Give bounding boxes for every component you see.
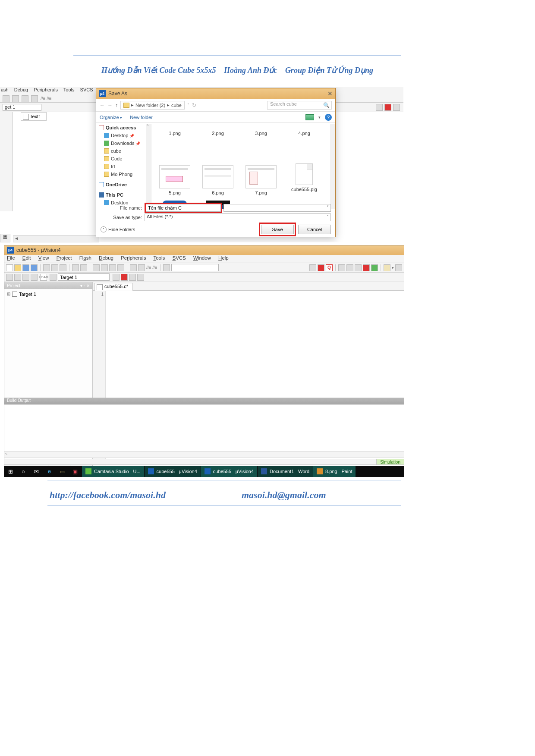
forward-icon[interactable]: → — [107, 102, 113, 108]
filename-input-ext[interactable]: ˅ — [223, 204, 331, 212]
dropdown-icon[interactable]: ˅ — [327, 205, 329, 210]
save-icon[interactable] — [22, 264, 29, 271]
taskbar-camtasia[interactable]: Camtasia Studio - U... — [82, 466, 144, 477]
filename-input[interactable] — [146, 204, 221, 212]
toolbar-icon[interactable] — [384, 104, 391, 111]
file-item[interactable]: 1.png — [153, 126, 196, 163]
toolbar-icon[interactable] — [117, 264, 124, 271]
toolbar-icon[interactable] — [309, 264, 316, 271]
toolbar-icon[interactable] — [12, 95, 19, 102]
dialog-titlebar[interactable]: µ4 Save As ✕ — [96, 88, 335, 99]
menu-flash[interactable]: Flash — [79, 255, 91, 260]
close-icon[interactable]: ✕ — [327, 90, 333, 97]
horizontal-scrollbar[interactable] — [13, 235, 99, 242]
cut-icon[interactable] — [43, 264, 50, 271]
explorer-icon[interactable]: ▭ — [56, 466, 69, 477]
menu-svcs[interactable]: SVCS — [172, 255, 186, 260]
cancel-button[interactable]: Cancel — [298, 225, 331, 234]
file-item[interactable]: cube555.plg — [283, 163, 326, 201]
wrench-icon[interactable] — [395, 264, 402, 271]
folder-tree[interactable]: Quick access Desktop 📌 Downloads 📌 cube … — [96, 124, 151, 209]
build-output-header[interactable]: Build Output — [4, 398, 404, 405]
build-icon[interactable] — [6, 274, 13, 281]
pane-controls[interactable]: ▾ ▫ ✕ — [80, 283, 90, 288]
menu-peripherals[interactable]: Peripherals — [121, 255, 146, 260]
new-folder-button[interactable]: New folder — [130, 115, 153, 120]
tree-cube[interactable]: cube — [96, 147, 151, 155]
undo-icon[interactable] — [72, 264, 79, 271]
menu-item[interactable]: SVCS — [80, 87, 93, 92]
zoom-icon[interactable]: Q — [326, 264, 333, 271]
toolbar-icon[interactable] — [355, 264, 362, 271]
taskbar-uvision-2[interactable]: cube555 - µVision4 — [201, 466, 257, 477]
open-icon[interactable] — [14, 264, 21, 271]
options-icon[interactable] — [121, 274, 128, 281]
new-icon[interactable] — [6, 264, 13, 271]
copy-icon[interactable] — [51, 264, 58, 271]
menu-item[interactable]: Tools — [63, 87, 75, 92]
hide-folders-button[interactable]: ˄Hide Folders — [101, 226, 135, 232]
menu-tools[interactable]: Tools — [153, 255, 165, 260]
dropdown-icon[interactable]: ˅ — [187, 103, 189, 107]
save-button[interactable]: Save — [261, 225, 294, 234]
toolbar-icon[interactable] — [22, 274, 29, 281]
toolbar-icon[interactable] — [376, 104, 383, 111]
toolbar-icon[interactable] — [384, 264, 390, 271]
footer-email-link[interactable]: masoi.hd@gmail.com — [242, 489, 326, 501]
menu-item[interactable]: ash — [1, 87, 9, 92]
load-icon[interactable]: LOAD — [40, 274, 47, 281]
target-combo[interactable]: get 1 — [3, 104, 41, 111]
taskbar-uvision-1[interactable]: cube555 - µVision4 — [144, 466, 201, 477]
build-output-scrollbar[interactable] — [4, 451, 404, 457]
mail-icon[interactable]: ✉ — [30, 466, 43, 477]
file-item[interactable]: 3.png — [239, 126, 283, 163]
toolbar-icon[interactable] — [22, 95, 28, 102]
toolbar-icon[interactable] — [363, 264, 370, 271]
tree-mophong[interactable]: Mo Phong — [96, 170, 151, 178]
toolbar-icon[interactable] — [371, 264, 378, 271]
editor-tab-text1[interactable]: Text1 — [21, 112, 47, 121]
toolbar-icon[interactable] — [50, 274, 57, 281]
taskbar-word[interactable]: Document1 - Word — [257, 466, 313, 477]
menu-item[interactable]: Debug — [14, 87, 28, 92]
toolbar-icon[interactable] — [109, 264, 116, 271]
cortana-icon[interactable]: ○ — [17, 466, 30, 477]
tree-desktop[interactable]: Desktop 📌 — [96, 132, 151, 139]
redo-icon[interactable] — [80, 264, 87, 271]
file-item[interactable]: 4.png — [283, 126, 326, 163]
toolbar-icon[interactable] — [31, 95, 38, 102]
rebuild-icon[interactable] — [14, 274, 21, 281]
organize-menu[interactable]: Organize — [100, 115, 122, 120]
window-titlebar[interactable]: µ4 cube555 - µVision4 — [4, 245, 404, 255]
file-item[interactable]: 2.png — [196, 126, 239, 163]
toolbar-icon[interactable] — [3, 95, 9, 102]
paste-icon[interactable] — [60, 264, 66, 271]
toolbar-icon[interactable] — [93, 264, 100, 271]
build-output-body[interactable] — [4, 405, 404, 451]
tree-downloads[interactable]: Downloads 📌 — [96, 139, 151, 147]
toolbar-icon[interactable] — [129, 274, 136, 281]
menu-view[interactable]: View — [38, 255, 49, 260]
back-icon[interactable]: ← — [100, 102, 105, 108]
find-combo[interactable] — [171, 264, 219, 271]
menu-file[interactable]: FFileile — [7, 255, 15, 260]
file-list[interactable]: 1.png 2.png 3.png 4.png 5.png 6.png 7.pn… — [151, 124, 335, 209]
pane-tab-icon[interactable]: 圕 — [0, 234, 10, 242]
taskbar-paint[interactable]: 8.png - Paint — [313, 466, 356, 477]
editor-tab-cube555c[interactable]: cube555.c* — [94, 283, 133, 291]
menu-help[interactable]: Help — [218, 255, 229, 260]
menu-project[interactable]: Project — [57, 255, 72, 260]
indent-icon[interactable] — [130, 264, 137, 271]
project-root-node[interactable]: Target 1 — [6, 291, 91, 298]
file-item[interactable]: 7.png — [239, 163, 283, 201]
store-icon[interactable]: ▣ — [69, 466, 82, 477]
tree-quick-access[interactable]: Quick access — [96, 124, 151, 132]
menu-item[interactable]: Peripherals — [34, 87, 58, 92]
outdent-icon[interactable] — [138, 264, 145, 271]
edge-icon[interactable]: ｅ — [43, 466, 56, 477]
tree-code[interactable]: Code — [96, 155, 151, 163]
file-item[interactable]: 6.png — [196, 163, 239, 201]
refresh-icon[interactable]: ↻ — [192, 102, 196, 108]
menu-debug[interactable]: Debug — [99, 255, 113, 260]
start-button[interactable]: ⊞ — [4, 466, 17, 477]
